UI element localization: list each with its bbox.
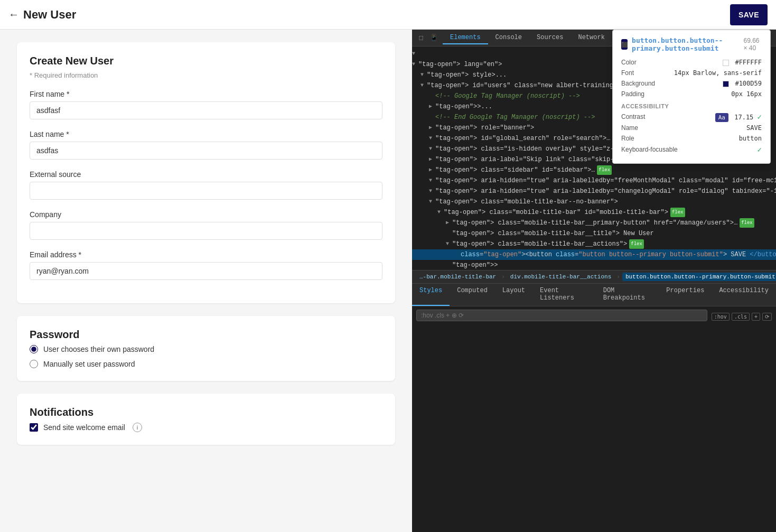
role-value: button (739, 135, 762, 142)
accessibility-section-title: ACCESSIBILITY (621, 103, 762, 109)
password-option2-radio[interactable] (30, 360, 38, 368)
tree-line[interactable]: ▼"tag-open"> class="mobile-title-bar__ac… (412, 239, 776, 249)
breadcrumb-item-3[interactable]: button.button.button--primary.button-sub… (622, 273, 776, 281)
password-title: Password (30, 329, 382, 341)
email-group: Email address * (30, 250, 382, 280)
tree-content: "tag-open"> class="mobile-title-bar__act… (452, 239, 627, 249)
tree-arrow-icon[interactable]: ▼ (429, 134, 435, 143)
email-input[interactable] (30, 262, 382, 280)
keyboard-check-icon: ✓ (758, 145, 762, 154)
tooltip-selector: button.button.button--primary.button-sub… (632, 36, 739, 52)
color-swatch (723, 60, 729, 66)
element-tooltip: ⬛ button.button.button--primary.button-s… (612, 30, 771, 164)
tree-arrow-icon[interactable]: ▶ (429, 155, 435, 164)
font-value: 14px Barlow, sans-serif (674, 69, 762, 77)
tree-line[interactable]: ▶"tag-open"> class="sidebar" id="sidebar… (412, 165, 776, 175)
contrast-badge: Aa (715, 113, 728, 122)
inspect-icon[interactable]: ⬚ (416, 33, 426, 43)
tree-arrow-icon[interactable]: ▼ (429, 176, 435, 185)
tree-content: "tag-open">> (452, 260, 498, 270)
page-title: New User (23, 8, 76, 22)
tree-line[interactable]: ▼"tag-open"> class="mobile-title-bar--no… (412, 197, 776, 207)
tab-console[interactable]: Console (488, 32, 529, 44)
breadcrumb-item-1[interactable]: …-bar.mobile-title-bar (416, 273, 499, 281)
tree-arrow-icon[interactable]: ▶ (429, 123, 435, 133)
tree-arrow-icon[interactable]: ▼ (437, 208, 444, 217)
hover-controls: :hov .cls + ⟳ (712, 313, 772, 321)
company-input[interactable] (30, 222, 382, 240)
color-label: Color (621, 59, 637, 66)
save-button[interactable]: SAVE (730, 4, 768, 25)
bottom-tab-layout[interactable]: Layout (495, 284, 532, 306)
tree-content: "tag-open"> class="mobile-title-bar__tit… (452, 229, 654, 238)
bottom-tab-event-listeners[interactable]: Event Listeners (532, 284, 596, 306)
role-label: Role (621, 135, 634, 142)
tree-content: <!-- End Google Tag Manager (noscript) -… (435, 113, 595, 122)
tree-line[interactable]: ▼"tag-open"> aria-hidden="true" aria-lab… (412, 175, 776, 186)
tree-content: <!-- Google Tag Manager (noscript) --> (435, 91, 580, 101)
tree-arrow-icon[interactable]: ▼ (446, 239, 452, 249)
tree-content: class="tag-open"><button class="button b… (461, 250, 776, 259)
bottom-tab-computed[interactable]: Computed (450, 284, 495, 306)
name-value: SAVE (746, 124, 762, 132)
password-card: Password User chooses their own password… (17, 316, 395, 381)
last-name-input[interactable] (30, 142, 382, 160)
devtools-icon-group: ⬚ 📱 (416, 33, 438, 43)
welcome-email-checkbox[interactable] (30, 423, 38, 432)
tab-sources[interactable]: Sources (529, 32, 571, 44)
tree-line[interactable]: "tag-open"> class="mobile-title-bar__tit… (412, 228, 776, 239)
tree-arrow-icon[interactable]: ▶ (429, 165, 435, 175)
bottom-tab-properties[interactable]: Properties (659, 284, 712, 306)
tree-arrow-icon[interactable]: ▼ (429, 197, 435, 207)
external-source-input[interactable] (30, 182, 382, 200)
tree-content: "tag-open"> style>... (427, 70, 507, 80)
hov-control[interactable]: :hov (712, 313, 730, 321)
tree-arrow-icon[interactable]: ▼ (412, 60, 418, 69)
breadcrumb-item-2[interactable]: div.mobile-title-bar__actions (507, 273, 614, 281)
tree-line[interactable]: ▼"tag-open"> class="mobile-title-bar" id… (412, 207, 776, 218)
tree-line[interactable]: ▼"tag-open"> aria-hidden="true" aria-lab… (412, 186, 776, 197)
styles-panel: :hov .cls + ⟳ (412, 306, 776, 532)
tree-content: "tag-open"> class="mobile-title-bar__pri… (452, 218, 737, 228)
company-group: Company (30, 210, 382, 240)
password-radio-group: User chooses their own password Manually… (30, 345, 382, 368)
tree-arrow-icon[interactable]: ▼ (429, 144, 435, 154)
info-icon[interactable]: i (133, 423, 142, 432)
cls-control[interactable]: .cls (732, 313, 750, 321)
password-option2-item[interactable]: Manually set user password (30, 360, 382, 368)
styles-filter-input[interactable] (416, 310, 707, 321)
tree-content: "tag-open"> aria-hidden="true" aria-labe… (435, 186, 776, 196)
refresh-control[interactable]: ⟳ (762, 313, 772, 321)
device-icon[interactable]: 📱 (429, 33, 438, 43)
tree-line[interactable]: ▶"tag-open"> class="mobile-title-bar__pr… (412, 218, 776, 228)
tree-line[interactable]: "tag-open">> (412, 260, 776, 270)
tree-arrow-icon[interactable]: ▼ (429, 186, 435, 196)
tab-network[interactable]: Network (571, 32, 612, 44)
tree-arrow-icon[interactable]: ▼ (412, 49, 418, 59)
welcome-email-label: Send site welcome email (43, 423, 125, 432)
bottom-tab-dom-breakpoints[interactable]: DOM Breakpoints (596, 284, 659, 306)
back-button[interactable]: ← (8, 8, 19, 21)
font-label: Font (621, 69, 634, 77)
first-name-input[interactable] (30, 101, 382, 119)
add-control[interactable]: + (752, 313, 760, 321)
bottom-tab-styles[interactable]: Styles (412, 284, 450, 306)
external-source-label: External source (30, 170, 382, 179)
tree-line[interactable]: class="tag-open"><button class="button b… (412, 249, 776, 260)
tab-elements[interactable]: Elements (443, 32, 488, 44)
tooltip-dimensions: 69.66 × 40 (744, 37, 762, 52)
name-label: Name (621, 124, 638, 132)
password-option1-radio[interactable] (30, 345, 38, 353)
keyboard-label: Keyboard-focusable (621, 146, 678, 153)
tree-arrow-icon[interactable]: ▼ (420, 81, 427, 90)
bottom-tab-accessibility[interactable]: Accessibility (712, 284, 776, 306)
tree-arrow-icon[interactable]: ▼ (420, 70, 427, 80)
contrast-check-icon: ✓ (758, 113, 762, 121)
password-option1-item[interactable]: User chooses their own password (30, 345, 382, 353)
first-name-group: First name * (30, 90, 382, 119)
tree-arrow-icon[interactable]: ▶ (446, 218, 452, 228)
tree-content: "tag-open"> role="banner"> (435, 123, 534, 133)
flex-badge: flex (597, 165, 612, 175)
tree-arrow-icon[interactable]: ▶ (429, 102, 435, 111)
last-name-label: Last name * (30, 130, 382, 138)
